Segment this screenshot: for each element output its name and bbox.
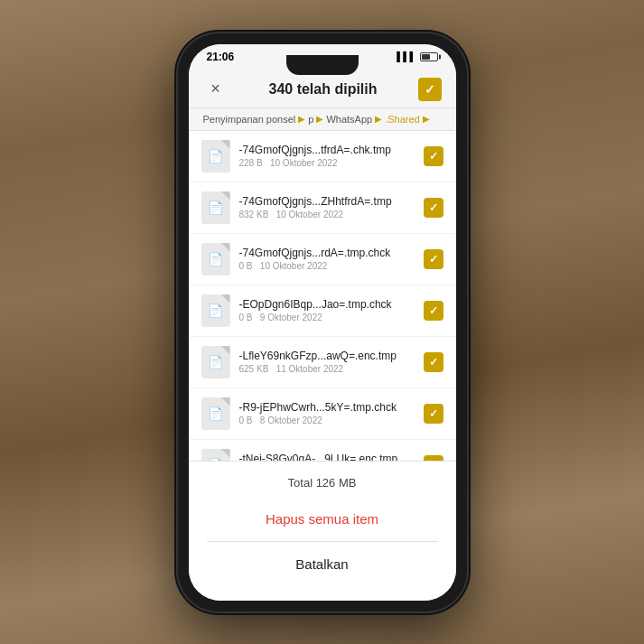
file-meta: 625 KB 11 Oktober 2022 bbox=[239, 364, 415, 374]
file-name: -tNej-S8Gv0qA-...9LUk=.enc.tmp bbox=[239, 453, 415, 461]
file-meta: 0 B 10 Oktober 2022 bbox=[239, 261, 415, 271]
breadcrumb-item-storage[interactable]: Penyimpanan ponsel bbox=[203, 114, 296, 125]
phone-frame: 21:06 ▌▌▌ × 340 telah dipilih bbox=[178, 33, 467, 611]
file-meta: 0 B 8 Oktober 2022 bbox=[239, 415, 415, 425]
file-icon: 📄 bbox=[201, 449, 230, 461]
battery-icon bbox=[420, 52, 438, 61]
breadcrumb-arrow-1: ▶ bbox=[298, 114, 305, 124]
file-list-container: 📄 -74GmofQjgnjs...tfrdA=.chk.tmp 228 B 1… bbox=[189, 131, 456, 461]
file-name: -74GmofQjgnjs...rdA=.tmp.chck bbox=[239, 247, 415, 259]
file-icon: 📄 bbox=[201, 294, 230, 327]
file-checkbox[interactable] bbox=[424, 198, 443, 218]
breadcrumb: Penyimpanan ponsel ▶ p ▶ WhatsApp ▶ .Sha… bbox=[189, 108, 456, 131]
file-checkbox[interactable] bbox=[424, 249, 443, 269]
file-icon: 📄 bbox=[201, 140, 230, 173]
file-info: -74GmofQjgnjs...rdA=.tmp.chck 0 B 10 Okt… bbox=[239, 247, 415, 271]
breadcrumb-item-shared[interactable]: .Shared bbox=[385, 114, 420, 125]
file-checkbox[interactable] bbox=[424, 301, 443, 321]
file-meta: 0 B 9 Oktober 2022 bbox=[239, 313, 415, 322]
breadcrumb-item-whatsapp[interactable]: WhatsApp bbox=[326, 114, 372, 125]
file-name: -EOpDgn6IBqp...Jao=.tmp.chck bbox=[239, 298, 415, 311]
file-list: 📄 -74GmofQjgnjs...tfrdA=.chk.tmp 228 B 1… bbox=[189, 131, 456, 461]
close-button[interactable]: × bbox=[203, 77, 229, 102]
file-info: -74GmofQjgnjs...ZHhtfrdA=.tmp 832 KB 10 … bbox=[239, 195, 415, 219]
list-item[interactable]: 📄 -LfleY69nkGFzp...awQ=.enc.tmp 625 KB 1… bbox=[189, 337, 456, 388]
screen-content: 21:06 ▌▌▌ × 340 telah dipilih bbox=[189, 44, 456, 601]
file-name: -R9-jEPhwCwrh...5kY=.tmp.chck bbox=[239, 401, 415, 414]
file-info: -74GmofQjgnjs...tfrdA=.chk.tmp 228 B 10 … bbox=[239, 144, 415, 168]
file-meta: 228 B 10 Oktober 2022 bbox=[239, 158, 415, 168]
app-header: × 340 telah dipilih bbox=[189, 70, 456, 108]
list-item[interactable]: 📄 -R9-jEPhwCwrh...5kY=.tmp.chck 0 B 8 Ok… bbox=[189, 388, 456, 440]
divider bbox=[207, 541, 438, 542]
file-name: -74GmofQjgnjs...ZHhtfrdA=.tmp bbox=[239, 195, 415, 208]
document-icon: 📄 bbox=[208, 458, 223, 461]
list-item[interactable]: 📄 -tNej-S8Gv0qA-...9LUk=.enc.tmp 425 KB … bbox=[189, 440, 456, 461]
total-size-label: Total 126 MB bbox=[207, 476, 438, 490]
list-item[interactable]: 📄 -74GmofQjgnjs...ZHhtfrdA=.tmp 832 KB 1… bbox=[189, 182, 456, 234]
delete-all-button[interactable]: Hapus semua item bbox=[207, 500, 438, 537]
file-checkbox[interactable] bbox=[424, 404, 443, 424]
breadcrumb-arrow-3: ▶ bbox=[375, 114, 382, 124]
file-icon: 📄 bbox=[201, 243, 230, 275]
breadcrumb-item-p[interactable]: p bbox=[308, 114, 313, 125]
file-info: -tNej-S8Gv0qA-...9LUk=.enc.tmp 425 KB 8 … bbox=[239, 453, 415, 461]
file-name: -74GmofQjgnjs...tfrdA=.chk.tmp bbox=[239, 144, 415, 156]
list-item[interactable]: 📄 -74GmofQjgnjs...tfrdA=.chk.tmp 228 B 1… bbox=[189, 131, 456, 182]
document-icon: 📄 bbox=[208, 149, 223, 163]
notch bbox=[286, 55, 359, 75]
file-meta: 832 KB 10 Oktober 2022 bbox=[239, 210, 415, 219]
file-icon: 📄 bbox=[201, 191, 230, 224]
file-info: -EOpDgn6IBqp...Jao=.tmp.chck 0 B 9 Oktob… bbox=[239, 298, 415, 322]
close-icon: × bbox=[210, 79, 220, 98]
signal-icon: ▌▌▌ bbox=[397, 51, 415, 61]
file-info: -R9-jEPhwCwrh...5kY=.tmp.chck 0 B 8 Okto… bbox=[239, 401, 415, 425]
status-icons: ▌▌▌ bbox=[397, 51, 437, 61]
check-all-button[interactable] bbox=[418, 78, 442, 101]
file-checkbox[interactable] bbox=[424, 352, 443, 372]
file-checkbox[interactable] bbox=[424, 146, 443, 166]
phone-screen: 21:06 ▌▌▌ × 340 telah dipilih bbox=[189, 44, 456, 601]
page-title: 340 telah dipilih bbox=[268, 81, 377, 98]
phone-wrapper: 21:06 ▌▌▌ × 340 telah dipilih bbox=[178, 33, 467, 611]
breadcrumb-arrow-2: ▶ bbox=[316, 114, 323, 124]
bottom-sheet: Total 126 MB Hapus semua item Batalkan bbox=[189, 461, 456, 601]
list-item[interactable]: 📄 -74GmofQjgnjs...rdA=.tmp.chck 0 B 10 O… bbox=[189, 234, 456, 285]
document-icon: 📄 bbox=[208, 252, 223, 266]
breadcrumb-arrow-4: ▶ bbox=[423, 114, 430, 124]
file-info: -LfleY69nkGFzp...awQ=.enc.tmp 625 KB 11 … bbox=[239, 350, 415, 374]
document-icon: 📄 bbox=[208, 355, 223, 369]
document-icon: 📄 bbox=[208, 406, 223, 421]
file-icon: 📄 bbox=[201, 397, 230, 430]
document-icon: 📄 bbox=[208, 201, 223, 215]
file-name: -LfleY69nkGFzp...awQ=.enc.tmp bbox=[239, 350, 415, 362]
list-item[interactable]: 📄 -EOpDgn6IBqp...Jao=.tmp.chck 0 B 9 Okt… bbox=[189, 285, 456, 337]
status-time: 21:06 bbox=[207, 51, 235, 63]
file-icon: 📄 bbox=[201, 346, 230, 378]
battery-fill bbox=[422, 54, 430, 60]
cancel-button[interactable]: Batalkan bbox=[207, 546, 438, 583]
document-icon: 📄 bbox=[208, 303, 223, 318]
